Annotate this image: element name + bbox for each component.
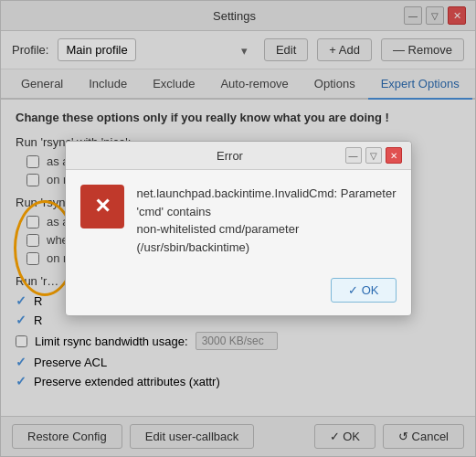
error-message-line2: non-whitelisted cmd/parameter (/usr/sbin… xyxy=(137,222,300,254)
dialog-controls: — ▽ ✕ xyxy=(345,147,402,164)
error-dialog: Error — ▽ ✕ net.launchpad.backintime.Inv… xyxy=(65,141,412,316)
dialog-maximize-button[interactable]: ▽ xyxy=(365,147,382,164)
dialog-titlebar: Error — ▽ ✕ xyxy=(66,142,411,170)
error-icon xyxy=(80,185,124,228)
dialog-overlay: Error — ▽ ✕ net.launchpad.backintime.Inv… xyxy=(1,1,475,456)
dialog-footer: ✓ OK xyxy=(66,271,411,315)
error-message-line1: net.launchpad.backintime.InvalidCmd: Par… xyxy=(137,186,397,218)
error-message: net.launchpad.backintime.InvalidCmd: Par… xyxy=(137,185,397,256)
dialog-minimize-button[interactable]: — xyxy=(345,147,362,164)
dialog-close-button[interactable]: ✕ xyxy=(386,147,402,164)
dialog-title: Error xyxy=(115,149,345,163)
dialog-ok-button[interactable]: ✓ OK xyxy=(331,278,396,303)
settings-window: Settings — ▽ ✕ Profile: Main profile Edi… xyxy=(0,0,476,457)
dialog-content: net.launchpad.backintime.InvalidCmd: Par… xyxy=(66,170,411,271)
